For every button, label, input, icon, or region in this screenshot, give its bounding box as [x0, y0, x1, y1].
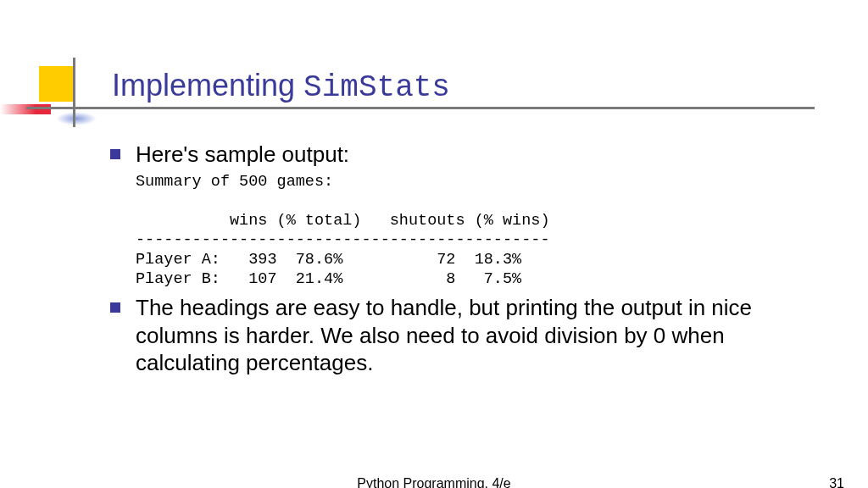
- title-prefix: Implementing: [112, 68, 303, 103]
- footer-page-number: 31: [829, 476, 844, 488]
- code-output-block: Summary of 500 games: wins (% total) shu…: [136, 172, 797, 290]
- title-classname: SimStats: [303, 70, 450, 105]
- bullet-item: The headings are easy to handle, but pri…: [110, 294, 797, 377]
- yellow-square: [39, 66, 75, 102]
- slide-title: Implementing SimStats: [112, 68, 450, 105]
- bullet-text: Here's sample output:: [136, 141, 349, 169]
- horizontal-rule: [26, 107, 815, 109]
- vertical-rule: [73, 58, 75, 127]
- bullet-item: Here's sample output:: [110, 141, 797, 169]
- red-accent-bar: [0, 104, 51, 114]
- footer-book-title: Python Programming, 4/e: [357, 476, 510, 488]
- bullet-square-icon: [110, 149, 120, 159]
- bullet-text: The headings are easy to handle, but pri…: [136, 294, 797, 377]
- blue-accent-blur: [56, 112, 97, 125]
- slide-content: Here's sample output: Summary of 500 gam…: [110, 141, 797, 380]
- bullet-square-icon: [110, 302, 120, 313]
